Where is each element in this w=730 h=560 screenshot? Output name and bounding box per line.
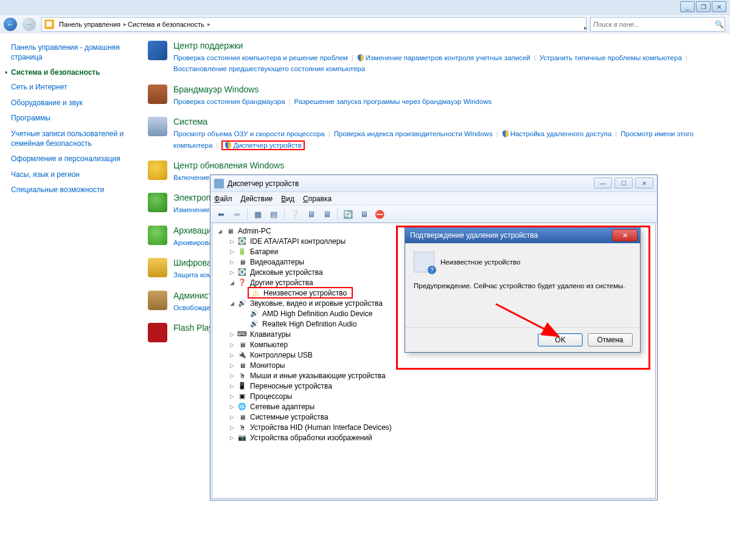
dm-minimize-button[interactable]: — — [594, 178, 612, 188]
control-panel-icon — [44, 19, 54, 29]
tb-prop-icon[interactable]: ▤ — [267, 207, 280, 221]
category-link[interactable]: Восстановление предшествующего состояния… — [173, 65, 365, 72]
menu-item[interactable]: Файл — [214, 195, 232, 203]
tree-node-label: Видеоадаптеры — [249, 258, 305, 266]
tree-node[interactable]: ▷📱Переносные устройства — [212, 381, 655, 391]
breadcrumb-item[interactable]: Система и безопасность — [125, 21, 209, 28]
menu-item[interactable]: Вид — [281, 195, 294, 203]
tree-node[interactable]: ▷▣Процессоры — [212, 391, 655, 401]
category-link[interactable]: Проверка состояния компьютера и решение … — [173, 54, 348, 61]
expand-toggle-icon[interactable]: ▷ — [228, 331, 235, 337]
tree-node[interactable]: ▷🖥Системные устройства — [212, 412, 655, 422]
expand-toggle-icon[interactable]: ◢ — [216, 228, 223, 234]
tb-back-icon[interactable]: ⬅ — [214, 207, 228, 221]
tb-fwd-icon[interactable]: ➡ — [230, 207, 243, 221]
expand-toggle-icon[interactable]: ◢ — [228, 280, 235, 286]
tree-node[interactable]: ▷🖱Мыши и иные указывающие устройства — [212, 370, 655, 381]
menu-item[interactable]: Действие — [241, 195, 273, 203]
left-nav-item[interactable]: Специальные возможности — [11, 185, 130, 195]
category-link[interactable]: Проверка индекса производительности Wind… — [334, 130, 493, 137]
left-nav-item[interactable]: Сеть и Интернет — [11, 83, 130, 92]
category-link[interactable]: Разрешение запуска программы через бранд… — [294, 98, 492, 105]
category-link[interactable]: Настройка удаленного доступа — [510, 130, 612, 137]
expand-toggle-icon[interactable]: ▷ — [228, 393, 235, 399]
expand-toggle-icon[interactable]: ▷ — [228, 352, 235, 358]
tree-node-label: Мыши и иные указывающие устройства — [249, 372, 387, 380]
category-link[interactable]: Просмотр объема ОЗУ и скорости процессор… — [173, 130, 325, 137]
left-nav-item[interactable]: Часы, язык и регион — [11, 170, 130, 180]
device-type-icon: 🌐 — [237, 403, 247, 411]
dm-maximize-button[interactable]: ☐ — [614, 178, 633, 188]
category-link[interactable]: Устранить типичные проблемы компьютера — [540, 54, 682, 61]
search-icon[interactable]: 🔍 — [714, 20, 725, 29]
expand-toggle-icon[interactable]: ▷ — [228, 404, 235, 410]
expand-toggle-icon[interactable]: ▷ — [228, 342, 235, 348]
breadcrumb-item[interactable]: Панель управления — [57, 21, 125, 28]
expand-toggle-icon[interactable]: ▷ — [228, 269, 235, 275]
device-type-icon: 🔊 — [249, 309, 259, 318]
category-title[interactable]: Система — [173, 117, 718, 126]
expand-toggle-icon[interactable]: ◢ — [228, 300, 235, 306]
tree-node-label: Устройства HID (Human Interface Devices) — [249, 423, 393, 432]
category-icon — [148, 161, 167, 180]
expand-toggle-icon[interactable]: ▷ — [228, 414, 235, 420]
expand-toggle-icon[interactable]: ▷ — [228, 238, 235, 244]
dm-menubar[interactable]: ФайлДействиеВидСправка — [210, 192, 657, 206]
left-nav-item[interactable]: Оборудование и звук — [11, 99, 130, 108]
expand-toggle-icon[interactable]: ▷ — [228, 362, 235, 368]
dialog-ok-button[interactable]: OK — [538, 333, 583, 347]
os-close-button[interactable]: ✕ — [712, 1, 726, 12]
tree-node-label: Сетевые адаптеры — [249, 403, 316, 411]
category-link[interactable]: Изменение параметров контроля учетных за… — [366, 54, 530, 61]
tb-update-icon[interactable]: 🔄 — [341, 207, 355, 221]
category-icon — [148, 291, 167, 310]
expand-toggle-icon[interactable]: ▷ — [228, 249, 235, 255]
shield-icon — [357, 54, 364, 61]
left-nav-item[interactable]: Оформление и персонализация — [11, 154, 130, 164]
tb-scan2-icon[interactable]: 🖥 — [320, 207, 333, 221]
dialog-titlebar[interactable]: Подтверждение удаления устройства ✕ — [405, 227, 640, 243]
tree-node[interactable]: ▷🌐Сетевые адаптеры — [212, 401, 655, 412]
nav-back-button[interactable]: ← — [4, 18, 17, 31]
expand-toggle-icon[interactable]: ▷ — [228, 435, 235, 441]
category-title[interactable]: Брандмауэр Windows — [173, 85, 718, 94]
menu-item[interactable]: Справка — [303, 195, 332, 203]
tree-node[interactable]: ▷🖱Устройства HID (Human Interface Device… — [212, 422, 655, 432]
category-icon — [148, 117, 167, 136]
expand-toggle-icon[interactable]: ▷ — [228, 424, 235, 430]
os-minimize-button[interactable]: _ — [680, 1, 695, 12]
category-title[interactable]: Центр поддержки — [173, 41, 718, 50]
category-icon — [148, 41, 167, 60]
browser-tab-strip: _ ❐ ✕ — [0, 0, 730, 16]
dialog-close-button[interactable]: ✕ — [612, 229, 638, 241]
left-nav-item[interactable]: Учетные записи пользователей и семейная … — [11, 130, 130, 148]
tree-node[interactable]: ▷📷Устройства обработки изображений — [212, 432, 655, 443]
tb-uninstall-icon[interactable]: 🖥 — [357, 207, 370, 221]
category-link[interactable]: Проверка состояния брандмауэра — [173, 98, 285, 105]
os-maximize-button[interactable]: ❐ — [696, 1, 711, 12]
shield-icon — [224, 141, 232, 148]
tb-scan-icon[interactable]: 🖥 — [304, 207, 318, 221]
dialog-cancel-button[interactable]: Отмена — [588, 333, 633, 347]
dm-close-button[interactable]: ✕ — [635, 178, 653, 188]
expand-toggle-icon[interactable]: ▷ — [228, 373, 235, 379]
tb-disable-icon[interactable]: ⛔ — [373, 207, 386, 221]
dm-titlebar[interactable]: Диспетчер устройств — ☐ ✕ — [210, 175, 657, 192]
expand-toggle-icon[interactable]: ▷ — [228, 259, 235, 265]
nav-forward-button[interactable]: → — [23, 18, 36, 31]
category-title[interactable]: Центр обновления Windows — [173, 161, 718, 170]
tb-help-icon[interactable]: ❔ — [288, 207, 302, 221]
device-type-icon: 🖥 — [237, 258, 247, 266]
breadcrumb[interactable]: Панель управления Система и безопасность — [41, 17, 586, 32]
address-bar: ← → Панель управления Система и безопасн… — [0, 15, 730, 34]
tree-node[interactable]: ▷🖥Мониторы — [212, 360, 655, 370]
search-box[interactable]: 🔍 — [590, 17, 725, 32]
device-type-icon: 🖱 — [237, 423, 247, 432]
category-link[interactable]: Диспетчер устройств — [233, 142, 301, 149]
device-type-icon: 🖥 — [237, 340, 247, 349]
expand-toggle-icon[interactable]: ▷ — [228, 383, 235, 389]
left-nav-item[interactable]: Программы — [11, 114, 130, 123]
tb-show-icon[interactable]: ▦ — [251, 207, 265, 221]
left-nav-home[interactable]: Панель управления - домашняя страница — [11, 43, 130, 62]
search-input[interactable] — [591, 21, 714, 28]
